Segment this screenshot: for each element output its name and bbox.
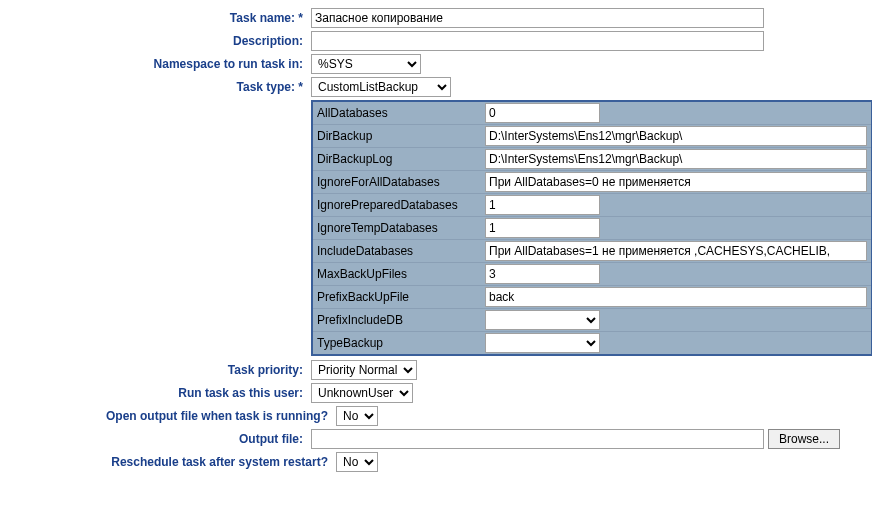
param-label-prefixbackupfile: PrefixBackUpFile xyxy=(317,290,485,304)
param-input-ignoretempdb[interactable] xyxy=(485,218,600,238)
namespace-select[interactable]: %SYS xyxy=(311,54,421,74)
param-label-prefixincludedb: PrefixIncludeDB xyxy=(317,313,485,327)
param-select-typebackup[interactable] xyxy=(485,333,600,353)
param-label-includedb: IncludeDatabases xyxy=(317,244,485,258)
task-name-input[interactable] xyxy=(311,8,764,28)
task-params-box: AllDatabases DirBackup DirBackupLog Igno… xyxy=(311,100,872,356)
param-input-ignoreforalldb[interactable] xyxy=(485,172,867,192)
param-label-typebackup: TypeBackup xyxy=(317,336,485,350)
param-label-ignoreforalldb: IgnoreForAllDatabases xyxy=(317,175,485,189)
param-label-dirbackuplog: DirBackupLog xyxy=(317,152,485,166)
param-input-dirbackup[interactable] xyxy=(485,126,867,146)
run-as-user-select[interactable]: UnknownUser xyxy=(311,383,413,403)
param-label-alldatabases: AllDatabases xyxy=(317,106,485,120)
param-input-dirbackuplog[interactable] xyxy=(485,149,867,169)
reschedule-select[interactable]: No xyxy=(336,452,378,472)
run-as-user-label: Run task as this user: xyxy=(8,386,311,400)
param-input-includedb[interactable] xyxy=(485,241,867,261)
param-input-ignoreprepareddb[interactable] xyxy=(485,195,600,215)
output-file-label: Output file: xyxy=(8,432,311,446)
param-select-prefixincludedb[interactable] xyxy=(485,310,600,330)
description-label: Description: xyxy=(8,34,311,48)
open-output-label: Open output file when task is running? xyxy=(8,409,336,423)
task-name-label: Task name: * xyxy=(8,11,311,25)
param-input-maxbackupfiles[interactable] xyxy=(485,264,600,284)
param-label-dirbackup: DirBackup xyxy=(317,129,485,143)
param-input-prefixbackupfile[interactable] xyxy=(485,287,867,307)
task-priority-select[interactable]: Priority Normal xyxy=(311,360,417,380)
description-input[interactable] xyxy=(311,31,764,51)
output-file-input[interactable] xyxy=(311,429,764,449)
param-label-ignoreprepareddb: IgnorePreparedDatabases xyxy=(317,198,485,212)
open-output-select[interactable]: No xyxy=(336,406,378,426)
task-type-select[interactable]: CustomListBackup xyxy=(311,77,451,97)
namespace-label: Namespace to run task in: xyxy=(8,57,311,71)
param-input-alldatabases[interactable] xyxy=(485,103,600,123)
task-priority-label: Task priority: xyxy=(8,363,311,377)
reschedule-label: Reschedule task after system restart? xyxy=(8,455,336,469)
param-label-ignoretempdb: IgnoreTempDatabases xyxy=(317,221,485,235)
browse-button[interactable]: Browse... xyxy=(768,429,840,449)
task-type-label: Task type: * xyxy=(8,80,311,94)
param-label-maxbackupfiles: MaxBackUpFiles xyxy=(317,267,485,281)
